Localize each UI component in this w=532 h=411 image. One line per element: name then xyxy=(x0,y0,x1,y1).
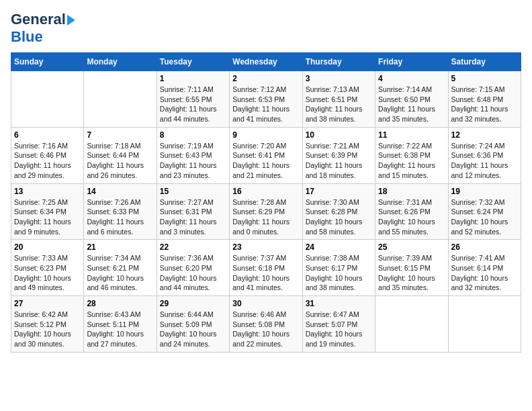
day-info: Sunrise: 6:44 AM Sunset: 5:09 PM Dayligh… xyxy=(160,310,226,349)
calendar-cell: 5Sunrise: 7:15 AM Sunset: 6:48 PM Daylig… xyxy=(448,71,521,128)
calendar-cell: 25Sunrise: 7:39 AM Sunset: 6:15 PM Dayli… xyxy=(375,240,448,296)
day-info: Sunrise: 7:41 AM Sunset: 6:14 PM Dayligh… xyxy=(451,253,518,293)
calendar-cell: 19Sunrise: 7:32 AM Sunset: 6:24 PM Dayli… xyxy=(448,183,521,240)
day-info: Sunrise: 7:12 AM Sunset: 6:53 PM Dayligh… xyxy=(232,85,299,124)
day-number: 22 xyxy=(160,242,226,252)
day-number: 8 xyxy=(160,130,226,140)
day-info: Sunrise: 7:37 AM Sunset: 6:18 PM Dayligh… xyxy=(232,253,299,293)
day-info: Sunrise: 6:43 AM Sunset: 5:11 PM Dayligh… xyxy=(87,310,153,349)
day-info: Sunrise: 7:11 AM Sunset: 6:55 PM Dayligh… xyxy=(160,85,226,124)
calendar-cell xyxy=(375,296,448,353)
day-number: 4 xyxy=(378,74,445,83)
logo-text: General xyxy=(11,11,66,28)
calendar-cell: 24Sunrise: 7:38 AM Sunset: 6:17 PM Dayli… xyxy=(302,240,375,296)
day-number: 23 xyxy=(232,242,299,252)
day-info: Sunrise: 7:13 AM Sunset: 6:51 PM Dayligh… xyxy=(306,85,372,124)
calendar-cell: 22Sunrise: 7:36 AM Sunset: 6:20 PM Dayli… xyxy=(157,240,229,296)
day-info: Sunrise: 7:21 AM Sunset: 6:39 PM Dayligh… xyxy=(306,141,372,181)
day-info: Sunrise: 7:30 AM Sunset: 6:28 PM Dayligh… xyxy=(306,197,372,237)
calendar-cell: 13Sunrise: 7:25 AM Sunset: 6:34 PM Dayli… xyxy=(11,183,84,240)
day-number: 16 xyxy=(232,187,299,196)
day-number: 21 xyxy=(87,242,153,252)
calendar-cell xyxy=(11,71,84,128)
day-info: Sunrise: 7:33 AM Sunset: 6:23 PM Dayligh… xyxy=(14,253,81,293)
day-number: 2 xyxy=(232,74,299,83)
calendar-cell: 3Sunrise: 7:13 AM Sunset: 6:51 PM Daylig… xyxy=(302,71,375,128)
calendar-cell: 7Sunrise: 7:18 AM Sunset: 6:44 PM Daylig… xyxy=(84,127,157,183)
calendar-cell: 15Sunrise: 7:27 AM Sunset: 6:31 PM Dayli… xyxy=(157,183,229,240)
calendar-cell: 23Sunrise: 7:37 AM Sunset: 6:18 PM Dayli… xyxy=(230,240,302,296)
day-number: 3 xyxy=(306,74,372,83)
day-info: Sunrise: 7:22 AM Sunset: 6:38 PM Dayligh… xyxy=(378,141,445,181)
calendar-cell: 31Sunrise: 6:47 AM Sunset: 5:07 PM Dayli… xyxy=(302,296,375,353)
logo: General Blue xyxy=(11,11,75,46)
day-info: Sunrise: 7:28 AM Sunset: 6:29 PM Dayligh… xyxy=(232,197,299,237)
calendar-cell: 4Sunrise: 7:14 AM Sunset: 6:50 PM Daylig… xyxy=(375,71,448,128)
day-info: Sunrise: 7:24 AM Sunset: 6:36 PM Dayligh… xyxy=(451,141,518,181)
calendar-table: SundayMondayTuesdayWednesdayThursdayFrid… xyxy=(11,52,521,353)
calendar-cell: 26Sunrise: 7:41 AM Sunset: 6:14 PM Dayli… xyxy=(448,240,521,296)
calendar-week-row: 13Sunrise: 7:25 AM Sunset: 6:34 PM Dayli… xyxy=(11,183,521,240)
day-number: 15 xyxy=(160,187,226,196)
day-number: 26 xyxy=(451,242,518,252)
day-info: Sunrise: 7:34 AM Sunset: 6:21 PM Dayligh… xyxy=(87,253,153,293)
day-number: 27 xyxy=(14,299,81,308)
day-info: Sunrise: 7:16 AM Sunset: 6:46 PM Dayligh… xyxy=(14,141,81,181)
day-number: 17 xyxy=(306,187,372,196)
calendar-week-row: 6Sunrise: 7:16 AM Sunset: 6:46 PM Daylig… xyxy=(11,127,521,183)
calendar-cell: 29Sunrise: 6:44 AM Sunset: 5:09 PM Dayli… xyxy=(157,296,229,353)
calendar-cell: 6Sunrise: 7:16 AM Sunset: 6:46 PM Daylig… xyxy=(11,127,84,183)
day-number: 12 xyxy=(451,130,518,140)
calendar-cell: 17Sunrise: 7:30 AM Sunset: 6:28 PM Dayli… xyxy=(302,183,375,240)
day-number: 31 xyxy=(306,299,372,308)
calendar-header-cell: Monday xyxy=(84,53,157,71)
day-info: Sunrise: 6:42 AM Sunset: 5:12 PM Dayligh… xyxy=(14,310,81,349)
day-info: Sunrise: 7:32 AM Sunset: 6:24 PM Dayligh… xyxy=(451,197,518,237)
day-info: Sunrise: 7:14 AM Sunset: 6:50 PM Dayligh… xyxy=(378,85,445,124)
day-number: 5 xyxy=(451,74,518,83)
calendar-cell: 16Sunrise: 7:28 AM Sunset: 6:29 PM Dayli… xyxy=(230,183,302,240)
calendar-cell: 2Sunrise: 7:12 AM Sunset: 6:53 PM Daylig… xyxy=(230,71,302,128)
day-info: Sunrise: 6:46 AM Sunset: 5:08 PM Dayligh… xyxy=(232,310,299,349)
calendar-cell: 21Sunrise: 7:34 AM Sunset: 6:21 PM Dayli… xyxy=(84,240,157,296)
day-info: Sunrise: 7:38 AM Sunset: 6:17 PM Dayligh… xyxy=(306,253,372,293)
day-number: 14 xyxy=(87,187,153,196)
calendar-week-row: 1Sunrise: 7:11 AM Sunset: 6:55 PM Daylig… xyxy=(11,71,521,128)
day-number: 11 xyxy=(378,130,445,140)
day-info: Sunrise: 7:15 AM Sunset: 6:48 PM Dayligh… xyxy=(451,85,518,124)
day-info: Sunrise: 7:25 AM Sunset: 6:34 PM Dayligh… xyxy=(14,197,81,237)
day-number: 6 xyxy=(14,130,81,140)
calendar-cell: 1Sunrise: 7:11 AM Sunset: 6:55 PM Daylig… xyxy=(157,71,229,128)
day-info: Sunrise: 7:36 AM Sunset: 6:20 PM Dayligh… xyxy=(160,253,226,293)
day-info: Sunrise: 7:39 AM Sunset: 6:15 PM Dayligh… xyxy=(378,253,445,293)
calendar-header-cell: Tuesday xyxy=(157,53,229,71)
calendar-cell: 18Sunrise: 7:31 AM Sunset: 6:26 PM Dayli… xyxy=(375,183,448,240)
calendar-header-cell: Thursday xyxy=(302,53,375,71)
day-info: Sunrise: 7:31 AM Sunset: 6:26 PM Dayligh… xyxy=(378,197,445,237)
day-info: Sunrise: 7:19 AM Sunset: 6:43 PM Dayligh… xyxy=(160,141,226,181)
calendar-cell xyxy=(84,71,157,128)
day-number: 7 xyxy=(87,130,153,140)
calendar-cell: 14Sunrise: 7:26 AM Sunset: 6:33 PM Dayli… xyxy=(84,183,157,240)
day-info: Sunrise: 7:27 AM Sunset: 6:31 PM Dayligh… xyxy=(160,197,226,237)
day-number: 19 xyxy=(451,187,518,196)
page-header: General Blue xyxy=(11,11,521,46)
calendar-week-row: 20Sunrise: 7:33 AM Sunset: 6:23 PM Dayli… xyxy=(11,240,521,296)
day-number: 25 xyxy=(378,242,445,252)
calendar-cell: 11Sunrise: 7:22 AM Sunset: 6:38 PM Dayli… xyxy=(375,127,448,183)
day-info: Sunrise: 7:20 AM Sunset: 6:41 PM Dayligh… xyxy=(232,141,299,181)
calendar-cell: 20Sunrise: 7:33 AM Sunset: 6:23 PM Dayli… xyxy=(11,240,84,296)
calendar-header-cell: Saturday xyxy=(448,53,521,71)
calendar-cell: 12Sunrise: 7:24 AM Sunset: 6:36 PM Dayli… xyxy=(448,127,521,183)
day-number: 13 xyxy=(14,187,81,196)
day-number: 29 xyxy=(160,299,226,308)
calendar-header-cell: Wednesday xyxy=(230,53,302,71)
day-number: 9 xyxy=(232,130,299,140)
calendar-cell: 10Sunrise: 7:21 AM Sunset: 6:39 PM Dayli… xyxy=(302,127,375,183)
day-info: Sunrise: 7:26 AM Sunset: 6:33 PM Dayligh… xyxy=(87,197,153,237)
calendar-cell: 27Sunrise: 6:42 AM Sunset: 5:12 PM Dayli… xyxy=(11,296,84,353)
day-number: 20 xyxy=(14,242,81,252)
logo-blue: Blue xyxy=(11,28,43,45)
day-number: 1 xyxy=(160,74,226,83)
calendar-cell: 30Sunrise: 6:46 AM Sunset: 5:08 PM Dayli… xyxy=(230,296,302,353)
